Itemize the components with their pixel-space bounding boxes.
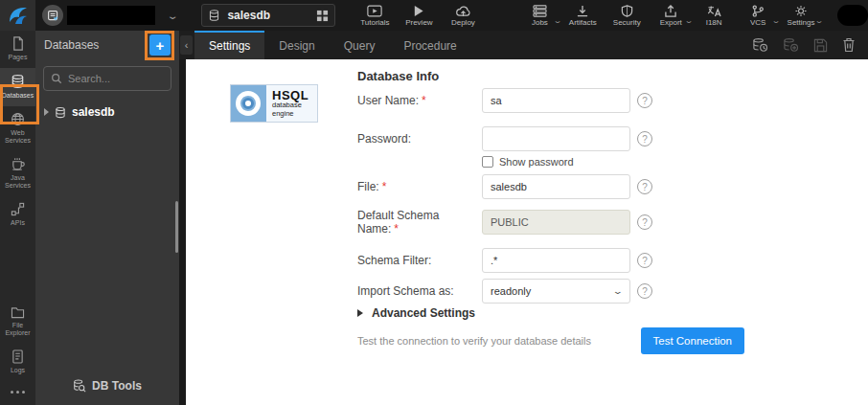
jobs-label: Jobs xyxy=(532,19,548,27)
jobs-caret-icon[interactable]: ⌄ xyxy=(553,17,562,25)
default-schema-help-icon[interactable]: ? xyxy=(637,214,652,230)
export-caret-icon[interactable]: ⌄ xyxy=(684,17,694,25)
header-toolbar-left: Tutorials Preview Deploy xyxy=(353,0,485,31)
database-info-form: Database Info User Name:* ? Password: ? … xyxy=(357,59,744,405)
databases-panel-header: Databases + xyxy=(35,31,179,59)
deploy-button[interactable]: Deploy xyxy=(441,0,485,31)
tree-item-label: salesdb xyxy=(72,105,115,119)
tree-expand-caret-icon[interactable] xyxy=(44,108,49,116)
artifacts-button[interactable]: Artifacts xyxy=(560,0,605,31)
app-selector[interactable]: salesdb xyxy=(201,4,335,27)
rail-more-button[interactable] xyxy=(0,381,35,405)
i18n-button[interactable]: I18N xyxy=(692,0,736,31)
required-asterisk: * xyxy=(382,180,387,193)
import-schema-help-icon[interactable]: ? xyxy=(637,283,652,299)
username-help-icon[interactable]: ? xyxy=(637,93,652,108)
advanced-settings-expander[interactable]: Advanced Settings xyxy=(357,306,475,320)
tab-bar: ‹ Settings Design Query Procedure xyxy=(179,31,868,59)
settings-gear-icon xyxy=(794,5,808,17)
jobs-button[interactable]: Jobs xyxy=(517,0,561,31)
security-button[interactable]: Security xyxy=(605,0,649,31)
vcs-caret-icon[interactable]: ⌄ xyxy=(771,17,781,25)
tree-item-salesdb[interactable]: salesdb xyxy=(35,95,179,129)
page-icon xyxy=(11,36,25,51)
tab-query[interactable]: Query xyxy=(330,31,390,59)
sidebar-item-logs[interactable]: Logs xyxy=(0,344,35,381)
file-input[interactable] xyxy=(482,174,630,199)
collapse-panel-button[interactable]: ‹ xyxy=(180,35,193,55)
grid-icon[interactable] xyxy=(316,10,329,22)
vcs-button[interactable]: VCS xyxy=(736,0,780,31)
import-schema-label: Import Schema as: xyxy=(357,284,482,298)
project-switch-caret-icon[interactable]: ⌄ xyxy=(166,11,178,21)
delete-database-button[interactable] xyxy=(842,37,856,53)
sidebar-item-databases[interactable]: Databases xyxy=(0,68,35,106)
required-asterisk: * xyxy=(394,222,399,236)
rail-label: Databases xyxy=(2,92,34,100)
show-password-checkbox[interactable] xyxy=(482,156,493,168)
form-row-default-schema: Default Schema Name:* PUBLIC ? xyxy=(357,209,744,236)
test-connection-button[interactable]: Test Connection xyxy=(641,327,744,354)
tab-design[interactable]: Design xyxy=(264,31,329,59)
tutorials-icon xyxy=(367,5,382,17)
project-chip[interactable] xyxy=(42,5,155,26)
rail-label: Logs xyxy=(11,367,25,374)
search-input[interactable] xyxy=(68,73,164,84)
database-app-icon xyxy=(208,9,220,22)
form-row-password: Password: ? xyxy=(357,126,744,151)
api-nodes-icon xyxy=(11,202,25,216)
password-help-icon[interactable]: ? xyxy=(637,131,652,146)
top-header: ⌄ salesdb Tutorials xyxy=(0,0,868,31)
file-label: File:* xyxy=(357,180,482,193)
import-schema-select[interactable]: readonly ⌄ xyxy=(482,279,630,304)
file-help-icon[interactable]: ? xyxy=(637,179,652,194)
user-account-redacted xyxy=(837,5,868,26)
header-toolbar-right: Jobs ⌄ Artifacts Security xyxy=(517,0,822,31)
coffee-cup-icon xyxy=(11,157,25,171)
tab-procedure[interactable]: Procedure xyxy=(389,31,470,59)
settings-content: HSQL database engine Database Info User … xyxy=(186,59,868,405)
search-icon xyxy=(51,73,62,84)
show-password-toggle[interactable]: Show password xyxy=(482,156,574,168)
section-title: Database Info xyxy=(357,69,439,83)
db-tools-icon xyxy=(73,379,86,393)
username-input[interactable] xyxy=(482,88,630,113)
sidebar-item-pages[interactable]: Pages xyxy=(0,31,35,68)
hsql-subtitle-2: engine xyxy=(272,110,308,119)
add-database-button[interactable]: + xyxy=(149,34,171,56)
db-tools-button[interactable]: DB Tools xyxy=(35,368,179,405)
preview-button[interactable]: Preview xyxy=(397,0,441,31)
settings-caret-icon[interactable]: ⌄ xyxy=(814,17,824,25)
export-database-button[interactable] xyxy=(783,37,799,53)
database-search[interactable] xyxy=(43,66,171,91)
sidebar-item-java-services[interactable]: Java Services xyxy=(0,151,35,196)
sidebar-item-web-services[interactable]: Web Services xyxy=(0,106,35,151)
password-input[interactable] xyxy=(482,126,630,151)
project-avatar-icon xyxy=(42,5,63,26)
rail-label: File Explorer xyxy=(0,322,35,337)
more-dots-icon xyxy=(11,391,13,394)
sidebar-item-apis[interactable]: APIs xyxy=(0,196,35,234)
wavemaker-logo[interactable] xyxy=(0,0,35,31)
rail-spacer xyxy=(0,234,35,301)
panel-title: Databases xyxy=(44,38,99,52)
tutorials-button[interactable]: Tutorials xyxy=(353,0,397,31)
settings-button[interactable]: Settings xyxy=(779,0,823,31)
panel-scrollbar[interactable] xyxy=(175,201,178,253)
reimport-database-button[interactable] xyxy=(752,37,768,53)
schema-filter-help-icon[interactable]: ? xyxy=(637,253,652,268)
project-name-redacted xyxy=(67,6,155,25)
vcs-branch-icon xyxy=(751,5,765,17)
schema-filter-input[interactable] xyxy=(482,248,630,273)
sidebar-item-file-explorer[interactable]: File Explorer xyxy=(0,301,35,344)
database-icon xyxy=(11,74,25,89)
deploy-label: Deploy xyxy=(451,19,475,27)
form-row-file: File:* ? xyxy=(357,174,744,199)
username-label: User Name:* xyxy=(357,94,482,107)
security-label: Security xyxy=(613,19,641,27)
tab-settings[interactable]: Settings xyxy=(194,31,264,59)
save-button[interactable] xyxy=(813,38,828,53)
logs-document-icon xyxy=(11,349,24,364)
export-button[interactable]: Export xyxy=(649,0,693,31)
rail-label: Pages xyxy=(9,54,28,61)
